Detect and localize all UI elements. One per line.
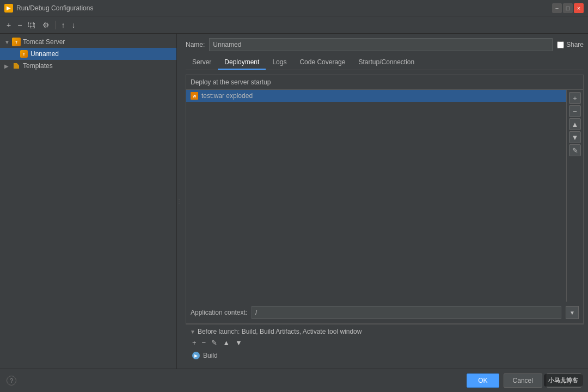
before-launch-title: Before launch: Build, Build Artifacts, A… bbox=[198, 328, 362, 335]
ok-button[interactable]: OK bbox=[467, 373, 499, 388]
deploy-list-area: W test:war exploded bbox=[186, 90, 566, 302]
deploy-move-up-button[interactable]: ▲ bbox=[569, 118, 581, 130]
deploy-remove-button[interactable]: − bbox=[569, 105, 581, 117]
deploy-list-item[interactable]: W test:war exploded bbox=[186, 90, 566, 102]
deploy-section: Deploy at the server startup W test:war … bbox=[186, 75, 584, 324]
app-context-input[interactable] bbox=[252, 306, 561, 319]
tomcat-server-label: Tomcat Server bbox=[23, 38, 65, 46]
settings-config-button[interactable]: ⚙ bbox=[40, 20, 52, 30]
share-checkbox-area: Share bbox=[557, 41, 584, 48]
apply-button[interactable]: Apply bbox=[547, 373, 581, 388]
move-up-button[interactable]: ↑ bbox=[59, 20, 67, 30]
tree-arrow-templates: ▶ bbox=[4, 63, 12, 69]
tab-startup-connection[interactable]: Startup/Connection bbox=[352, 56, 421, 70]
title-bar: ▶ Run/Debug Configurations − □ × bbox=[0, 0, 588, 16]
before-launch-build-item[interactable]: ▶ Build bbox=[190, 350, 579, 361]
close-button[interactable]: × bbox=[574, 3, 584, 13]
templates-label: Templates bbox=[23, 62, 53, 70]
war-exploded-icon: W bbox=[191, 92, 198, 100]
tab-code-coverage[interactable]: Code Coverage bbox=[293, 56, 352, 70]
toolbar: + − ⿻ ⚙ ↑ ↓ bbox=[0, 16, 588, 34]
maximize-button[interactable]: □ bbox=[563, 3, 573, 13]
before-launch-arrow-icon: ▼ bbox=[190, 329, 195, 335]
tree-item-templates[interactable]: ▶ Templates bbox=[0, 60, 176, 72]
share-label: Share bbox=[566, 41, 584, 48]
deploy-header: Deploy at the server startup bbox=[186, 75, 583, 90]
unnamed-label: Unnamed bbox=[30, 50, 59, 58]
app-context-dropdown[interactable]: ▼ bbox=[566, 306, 579, 319]
name-input[interactable] bbox=[209, 38, 553, 51]
main-container: + − ⿻ ⚙ ↑ ↓ ▼ T Tomcat Server T bbox=[0, 16, 588, 392]
window-controls: − □ × bbox=[552, 3, 584, 13]
content-area: ▼ T Tomcat Server T Unnamed ▶ bbox=[0, 34, 588, 369]
add-config-button[interactable]: + bbox=[4, 20, 13, 30]
before-launch-header: ▼ Before launch: Build, Build Artifacts,… bbox=[190, 328, 579, 335]
build-icon: ▶ bbox=[192, 352, 200, 359]
deploy-edit-button[interactable]: ✎ bbox=[569, 144, 581, 156]
tab-deployment[interactable]: Deployment bbox=[218, 56, 266, 70]
right-panel: Name: Share Server Deployment Logs Code … bbox=[181, 34, 588, 369]
bottom-bar: ? OK Cancel Apply bbox=[0, 369, 588, 392]
cancel-button[interactable]: Cancel bbox=[504, 373, 542, 388]
toolbar-separator bbox=[55, 21, 56, 29]
before-launch-edit-button[interactable]: ✎ bbox=[209, 338, 219, 348]
unnamed-config-icon: T bbox=[20, 50, 28, 58]
share-checkbox[interactable] bbox=[557, 41, 564, 48]
tab-logs[interactable]: Logs bbox=[266, 56, 293, 70]
title-text: Run/Debug Configurations bbox=[16, 4, 552, 12]
minimize-button[interactable]: − bbox=[552, 3, 562, 13]
name-row: Name: Share bbox=[186, 38, 584, 51]
copy-config-button[interactable]: ⿻ bbox=[26, 20, 38, 30]
tree-arrow-tomcat: ▼ bbox=[4, 39, 12, 45]
before-launch-remove-button[interactable]: − bbox=[200, 338, 209, 348]
remove-config-button[interactable]: − bbox=[15, 20, 24, 30]
before-launch-move-down-button[interactable]: ▼ bbox=[233, 338, 244, 348]
help-icon[interactable]: ? bbox=[7, 376, 16, 385]
left-panel: ▼ T Tomcat Server T Unnamed ▶ bbox=[0, 34, 177, 369]
tab-server[interactable]: Server bbox=[186, 56, 218, 70]
war-exploded-label: test:war exploded bbox=[201, 92, 253, 100]
before-launch-move-up-button[interactable]: ▲ bbox=[220, 338, 232, 348]
before-launch-toolbar: + − ✎ ▲ ▼ bbox=[190, 338, 579, 348]
tabs-bar: Server Deployment Logs Code Coverage Sta… bbox=[186, 56, 584, 70]
help-icon-area: ? bbox=[7, 376, 16, 385]
tree-item-unnamed[interactable]: T Unnamed bbox=[0, 48, 176, 60]
tomcat-server-icon: T bbox=[12, 38, 21, 46]
tree-item-tomcat-server[interactable]: ▼ T Tomcat Server bbox=[0, 36, 176, 48]
deploy-side-buttons: + − ▲ ▼ ✎ bbox=[566, 90, 583, 302]
before-launch-add-button[interactable]: + bbox=[190, 338, 199, 348]
before-launch-section: ▼ Before launch: Build, Build Artifacts,… bbox=[186, 324, 584, 364]
app-context-label: Application context: bbox=[191, 309, 247, 316]
title-icon: ▶ bbox=[4, 4, 13, 13]
name-label: Name: bbox=[186, 41, 205, 48]
divider-handle[interactable]: ⋮ bbox=[177, 34, 181, 369]
deploy-move-down-button[interactable]: ▼ bbox=[569, 131, 581, 143]
deploy-add-button[interactable]: + bbox=[569, 92, 581, 104]
templates-icon bbox=[12, 62, 21, 70]
build-label: Build bbox=[203, 352, 218, 359]
move-down-button[interactable]: ↓ bbox=[69, 20, 77, 30]
app-context-row: Application context: ▼ bbox=[186, 302, 583, 323]
deploy-content: W test:war exploded + − ▲ ▼ ✎ bbox=[186, 90, 583, 302]
